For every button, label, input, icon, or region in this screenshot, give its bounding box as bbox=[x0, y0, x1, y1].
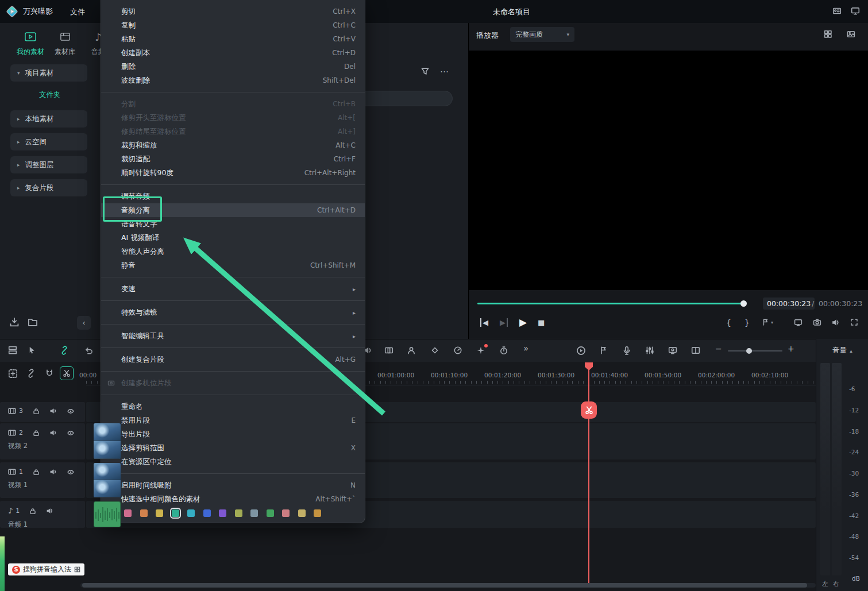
menu-item-rename[interactable]: 重命名 bbox=[101, 400, 365, 414]
speed-icon[interactable] bbox=[453, 346, 462, 355]
image-preview-icon[interactable] bbox=[847, 30, 855, 38]
track-header-video1[interactable]: 1 视频 1 bbox=[0, 462, 85, 498]
progress-bar[interactable] bbox=[477, 303, 746, 304]
render-preview-icon[interactable] bbox=[576, 346, 586, 356]
auto-ripple-link-icon[interactable] bbox=[60, 346, 69, 355]
eye-visibility-icon[interactable] bbox=[67, 469, 75, 476]
magnet-snap-icon[interactable] bbox=[45, 369, 54, 378]
menu-item-paste[interactable]: 粘贴Ctrl+V bbox=[101, 32, 365, 46]
track-header-video2[interactable]: 2 视频 2 bbox=[0, 423, 85, 459]
playhead-line[interactable] bbox=[588, 362, 589, 583]
progress-handle[interactable] bbox=[740, 300, 747, 307]
tab-my-media[interactable]: 我的素材 bbox=[14, 30, 47, 57]
timeline-marker-icon[interactable] bbox=[599, 346, 608, 355]
menu-item-crop-zoom[interactable]: 裁剪和缩放Alt+C bbox=[101, 138, 365, 152]
stop-button[interactable]: ■ bbox=[538, 318, 545, 327]
split-view-icon[interactable] bbox=[691, 346, 700, 355]
mute-speaker-icon[interactable] bbox=[49, 429, 57, 437]
quality-dropdown[interactable]: 完整画质 ▾ bbox=[510, 27, 574, 42]
menu-item-trim-end-to-playhead[interactable]: 修剪结尾至游标位置Alt+] bbox=[101, 125, 365, 138]
select-cursor-icon[interactable] bbox=[28, 346, 36, 354]
menu-item-locate-in-resources[interactable]: 在资源区中定位 bbox=[101, 455, 365, 469]
grid-view-icon[interactable] bbox=[824, 30, 832, 38]
zoom-slider-thumb[interactable] bbox=[746, 348, 752, 354]
menu-item-ripple-delete[interactable]: 波纹删除Shift+Del bbox=[101, 74, 365, 87]
lock-icon[interactable] bbox=[29, 508, 36, 515]
video-clip-track1[interactable] bbox=[94, 463, 121, 497]
menu-item-rotate-90[interactable]: 顺时针旋转90度Ctrl+Alt+Right bbox=[101, 166, 365, 180]
menu-item-mute[interactable]: 静音Ctrl+Shift+M bbox=[101, 258, 365, 272]
scrollbar-thumb[interactable] bbox=[82, 583, 807, 588]
menu-item-delete[interactable]: 删除Del bbox=[101, 60, 365, 74]
color-swatch[interactable] bbox=[298, 509, 306, 517]
play-button[interactable]: ▶ bbox=[519, 316, 527, 328]
folder-item-selected[interactable]: 文件夹 bbox=[39, 90, 61, 100]
mirror-screen-button[interactable] bbox=[794, 318, 803, 327]
more-options-icon[interactable]: … bbox=[440, 64, 450, 75]
color-swatch[interactable] bbox=[203, 509, 211, 517]
menu-item-create-multicam-clip[interactable]: 创建多机位片段 bbox=[101, 376, 365, 390]
playhead-scissors-badge[interactable] bbox=[581, 401, 597, 419]
new-folder-icon[interactable] bbox=[28, 317, 38, 327]
menu-item-create-compound-clip[interactable]: 创建复合片段Alt+G bbox=[101, 353, 365, 366]
menu-file[interactable]: 文件 bbox=[70, 7, 85, 17]
menu-item-select-clip-range[interactable]: 选择剪辑范围X bbox=[101, 441, 365, 455]
menu-item-duplicate[interactable]: 创建副本Ctrl+D bbox=[101, 46, 365, 60]
mark-out-button[interactable]: } bbox=[744, 318, 750, 327]
mute-speaker-icon[interactable] bbox=[46, 507, 53, 515]
ime-badge[interactable]: S 搜狗拼音输入法 bbox=[8, 563, 84, 575]
section-local-media[interactable]: ▸ 本地素材 bbox=[10, 110, 87, 128]
menu-item-export-clip[interactable]: 导出片段 bbox=[101, 427, 365, 441]
menu-item-speed[interactable]: 变速▸ bbox=[101, 282, 365, 296]
quick-split-tool[interactable] bbox=[60, 366, 74, 380]
color-swatch[interactable] bbox=[282, 509, 290, 517]
fullscreen-button[interactable] bbox=[850, 318, 858, 326]
zoom-in-icon[interactable]: + bbox=[788, 344, 794, 353]
transition-icon[interactable] bbox=[384, 346, 394, 355]
more-tools-icon[interactable]: » bbox=[523, 343, 528, 354]
add-track-icon[interactable] bbox=[8, 369, 18, 378]
ai-tools-icon[interactable] bbox=[476, 346, 485, 355]
account-card-icon[interactable] bbox=[832, 6, 842, 16]
screen-record-icon[interactable] bbox=[668, 346, 677, 355]
lock-icon[interactable] bbox=[33, 430, 40, 437]
menu-item-split[interactable]: 分割Ctrl+B bbox=[101, 97, 365, 111]
eye-visibility-icon[interactable] bbox=[67, 430, 75, 437]
color-swatch[interactable] bbox=[156, 509, 163, 517]
menu-item-copy[interactable]: 复制Ctrl+C bbox=[101, 18, 365, 32]
tab-stock-media[interactable]: 素材库 bbox=[48, 30, 82, 57]
color-swatch[interactable] bbox=[187, 509, 195, 517]
section-compound-clip[interactable]: ▸ 复合片段 bbox=[10, 179, 87, 196]
keyframe-icon[interactable] bbox=[430, 346, 439, 355]
timeline-horizontal-scrollbar[interactable] bbox=[80, 583, 816, 588]
menu-item-disable-clip[interactable]: 禁用片段E bbox=[101, 414, 365, 427]
menu-item-select-same-color[interactable]: 快速选中相同颜色的素材Alt+Shift+` bbox=[101, 492, 365, 506]
menu-item-ai-vocal-remover[interactable]: 智能人声分离 bbox=[101, 245, 365, 258]
menu-item-ai-video-translate[interactable]: AI 视频翻译 bbox=[101, 231, 365, 245]
menu-item-crop-fit[interactable]: 裁切适配Ctrl+F bbox=[101, 152, 365, 166]
section-cloud-space[interactable]: ▸ 云空间 bbox=[10, 133, 87, 150]
import-media-icon[interactable] bbox=[9, 317, 20, 327]
section-project-media[interactable]: ▾ 项目素材 bbox=[10, 64, 87, 82]
mute-speaker-icon[interactable] bbox=[49, 407, 57, 415]
mark-in-button[interactable]: { bbox=[726, 318, 731, 327]
undo-icon[interactable] bbox=[84, 346, 93, 355]
color-swatch[interactable] bbox=[250, 509, 258, 517]
zoom-slider[interactable] bbox=[728, 350, 782, 351]
track-header-audio1[interactable]: ♪ 1 音频 1 bbox=[0, 501, 85, 528]
zoom-out-icon[interactable]: − bbox=[715, 344, 722, 353]
color-swatch[interactable] bbox=[235, 509, 242, 517]
menu-item-smart-edit-tools[interactable]: 智能编辑工具▸ bbox=[101, 329, 365, 343]
section-adjustment-layer[interactable]: ▸ 调整图层 bbox=[10, 156, 87, 173]
export-monitor-icon[interactable] bbox=[851, 6, 860, 16]
audio-clip-track1[interactable] bbox=[94, 501, 121, 527]
lock-icon[interactable] bbox=[33, 408, 40, 415]
eye-visibility-icon[interactable] bbox=[67, 408, 75, 415]
track-layout-icon[interactable] bbox=[8, 346, 17, 355]
clip-link-icon[interactable] bbox=[26, 369, 36, 378]
duration-timer-icon[interactable] bbox=[499, 346, 508, 355]
next-frame-button[interactable]: ▶ bbox=[500, 318, 508, 327]
color-swatch[interactable] bbox=[124, 509, 132, 517]
volume-button[interactable] bbox=[831, 318, 840, 327]
color-swatch-selected[interactable] bbox=[172, 509, 179, 517]
